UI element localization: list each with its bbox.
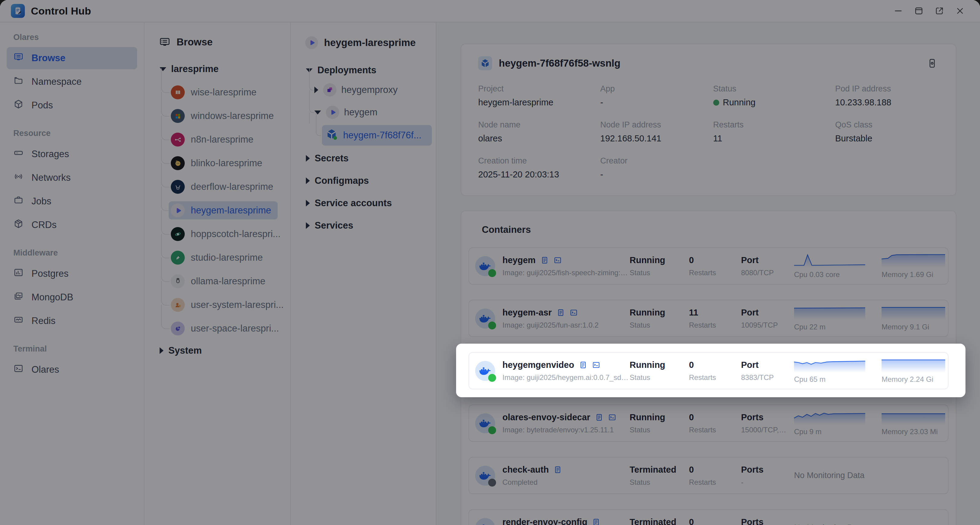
sparkline-chart [881, 253, 945, 268]
memory-chart: Memory 23.03 Mi [881, 410, 945, 436]
container-row-heygem[interactable]: heygem Image: guiji2025/fish-speech-zimi… [468, 247, 948, 285]
container-name: render-envoy-config [503, 517, 587, 525]
terminal-icon [13, 363, 24, 376]
container-logs-icon[interactable] [557, 309, 565, 317]
chevron-right-icon[interactable] [314, 87, 318, 93]
cpu-chart: Cpu 9 m [794, 410, 881, 436]
pod-icon [326, 128, 338, 143]
namespace-icon [13, 75, 24, 88]
user-space-app-icon [171, 321, 185, 336]
chevron-right-icon[interactable] [306, 155, 310, 162]
sparkline-chart [794, 253, 865, 268]
chevron-right-icon[interactable] [306, 200, 310, 207]
container-restarts: 11 Restarts [689, 308, 741, 329]
window-controls [892, 4, 967, 18]
titlebar: Control Hub [0, 0, 980, 22]
sidebar-item-olares[interactable]: Olares [7, 358, 137, 381]
tree-root-system[interactable]: System [145, 342, 290, 359]
sidebar-item-namespace[interactable]: Namespace [7, 70, 137, 93]
container-name: check-auth [503, 465, 549, 475]
no-monitoring-data: No Monitoring Data [794, 523, 936, 525]
container-name: heygem [503, 255, 536, 265]
sidebar-item-postgres[interactable]: Postgres [7, 262, 137, 285]
cpu-chart: Cpu 22 m [794, 306, 881, 331]
container-image: Image: guiji2025/heygem.ai:0.0.7_sdk_sli… [503, 373, 630, 382]
sidebar-item-storages[interactable]: Storages [7, 143, 137, 165]
container-ports: Port 8383/TCP [741, 360, 794, 382]
sidebar-item-redis[interactable]: Redis [7, 310, 137, 332]
chevron-right-icon[interactable] [306, 177, 310, 184]
namespace-title: heygem-laresprime [324, 37, 416, 48]
container-status-dot [488, 426, 496, 434]
pod-tree-item[interactable]: heygem-7f68f76f... [291, 124, 436, 147]
sidebar-item-pods[interactable]: Pods [7, 94, 137, 116]
tree-root-service-accounts[interactable]: Service accounts [291, 192, 436, 214]
sidebar-item-crds[interactable]: CRDs [7, 214, 137, 236]
deployment-item-heygem[interactable]: heygem [291, 101, 436, 124]
container-image: Image: guiji2025/fun-asr:1.0.2 [503, 321, 630, 329]
n8n-app-icon [171, 133, 185, 146]
chevron-right-icon[interactable] [306, 222, 310, 229]
cpu-chart: Cpu 65 m [794, 358, 881, 383]
wise-app-icon [171, 85, 185, 99]
pod-detail-card: heygem-7f68f76f58-wsnlg Project heygem-l… [461, 44, 956, 196]
container-terminal-icon[interactable] [608, 413, 616, 422]
container-row-render-envoy-config[interactable]: render-envoy-config Completed Terminated… [468, 509, 948, 525]
main-panel: heygem-7f68f76f58-wsnlg Project heygem-l… [436, 22, 980, 525]
docker-icon [475, 361, 495, 381]
container-logs-icon[interactable] [541, 256, 549, 264]
sparkline-chart [794, 358, 865, 373]
container-logs-icon[interactable] [579, 361, 587, 369]
pod-monitor-icon[interactable] [926, 57, 939, 70]
containers-heading: Containers [482, 224, 956, 235]
container-ports: Port 8080/TCP [741, 255, 794, 277]
browse-icon [159, 37, 170, 48]
container-status: Terminated Status [630, 517, 689, 525]
blinko-app-icon [171, 156, 185, 170]
browse-column: Browse laresprime wise-laresprime window… [145, 22, 291, 525]
container-status: Running Status [630, 360, 689, 382]
sidebar-item-networks[interactable]: Networks [7, 167, 137, 189]
tree-root-services[interactable]: Services [291, 214, 436, 237]
container-terminal-icon[interactable] [554, 256, 562, 264]
browse-column-header: Browse [145, 22, 290, 48]
container-row-heygem-asr[interactable]: heygem-asr Image: guiji2025/fun-asr:1.0.… [468, 300, 948, 337]
container-terminal-icon[interactable] [570, 309, 578, 317]
chevron-right-icon[interactable] [160, 347, 164, 354]
networks-icon [13, 171, 24, 184]
container-name: heygemgenvideo [503, 360, 574, 370]
container-row-check-auth[interactable]: check-auth Completed Terminated Status 0… [468, 457, 948, 494]
tree-root-secrets[interactable]: Secrets [291, 147, 436, 170]
tree-root-configmaps[interactable]: Configmaps [291, 170, 436, 192]
container-logs-icon[interactable] [592, 518, 600, 525]
memory-chart: Memory 2.24 Gi [881, 358, 945, 383]
no-monitoring-data: No Monitoring Data [794, 471, 936, 480]
sparkline-chart [794, 306, 865, 320]
sidebar-item-mongodb[interactable]: MongoDB [7, 286, 137, 309]
deployments-list: heygemproxy heygem heygem-7f68f76f... [291, 79, 436, 147]
sidebar-item-browse[interactable]: Browse [7, 47, 137, 69]
container-logs-icon[interactable] [554, 466, 562, 474]
container-status-dot [488, 374, 496, 382]
sidebar-item-jobs[interactable]: Jobs [7, 190, 137, 213]
container-ports: Port 10095/TCP [741, 308, 794, 329]
pod-field-pod-ip-address: Pod IP address 10.233.98.188 [835, 84, 939, 108]
container-restarts: 0 Restarts [689, 465, 741, 487]
container-logs-icon[interactable] [595, 413, 603, 422]
maximize-button[interactable] [912, 4, 926, 18]
container-row-heygemgenvideo[interactable]: heygemgenvideo Image: guiji2025/heygem.a… [468, 352, 948, 389]
namespace-item-user-space[interactable]: user-space-larespri... [145, 317, 290, 340]
container-terminal-icon[interactable] [592, 361, 600, 369]
pod-field-node-name: Node name olares [478, 120, 600, 143]
minimize-button[interactable] [892, 4, 905, 18]
popout-button[interactable] [933, 4, 946, 18]
sparkline-chart [881, 358, 945, 373]
pod-icon [478, 56, 492, 70]
heygem-app-icon [305, 37, 318, 49]
spotlight-highlight: heygemgenvideo Image: guiji2025/heygem.a… [456, 344, 966, 397]
container-image: Image: guiji2025/fish-speech-ziming:1.0.… [503, 269, 630, 277]
container-row-olares-envoy-sidecar[interactable]: olares-envoy-sidecar Image: bytetrade/en… [468, 404, 948, 442]
close-button[interactable] [953, 4, 967, 18]
container-restarts: 0 Restarts [689, 360, 741, 382]
pods-icon [13, 99, 24, 112]
